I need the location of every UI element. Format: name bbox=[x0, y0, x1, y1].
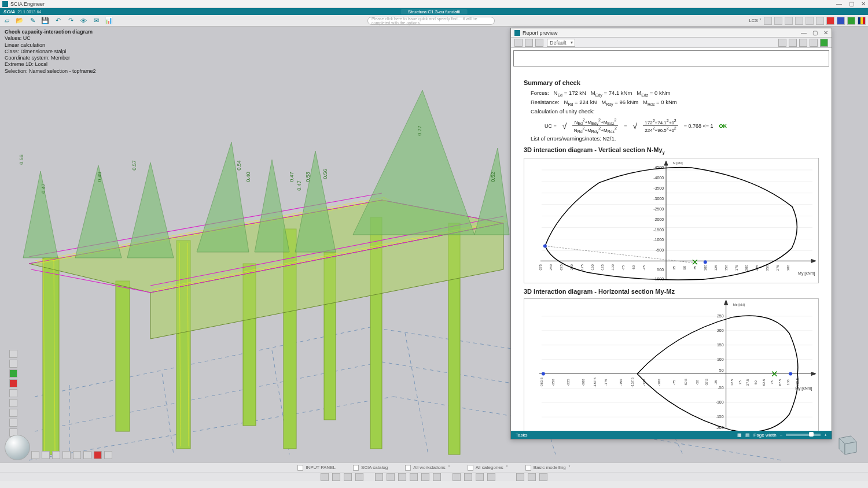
vtool-green[interactable] bbox=[9, 369, 17, 378]
undo-icon[interactable]: ↶ bbox=[53, 16, 62, 25]
rt-red-icon[interactable] bbox=[826, 17, 834, 25]
ib-2[interactable] bbox=[332, 473, 340, 481]
vtool-7[interactable] bbox=[9, 409, 17, 417]
uc-label: 0.47 bbox=[289, 172, 295, 182]
bt-2[interactable] bbox=[42, 451, 50, 459]
ib-16[interactable] bbox=[528, 473, 536, 481]
lcs-dropdown[interactable]: LCS ˅ bbox=[749, 18, 762, 23]
svg-line-0 bbox=[35, 327, 370, 397]
zoom-minus[interactable]: − bbox=[780, 432, 783, 438]
filter-workstations[interactable]: All workstations ˅ bbox=[405, 465, 450, 471]
vtool-red[interactable] bbox=[9, 379, 17, 387]
view-icon[interactable]: 👁 bbox=[79, 16, 88, 25]
svg-text:-1000: -1000 bbox=[653, 238, 664, 242]
chart-icon[interactable]: 📊 bbox=[104, 16, 113, 25]
svg-text:-150: -150 bbox=[716, 415, 724, 419]
bt-4[interactable] bbox=[62, 451, 71, 459]
svg-text:My [kNm]: My [kNm] bbox=[798, 272, 815, 276]
ib-11[interactable] bbox=[453, 473, 461, 481]
vtool-2[interactable] bbox=[9, 360, 17, 368]
new-icon[interactable]: ▱ bbox=[2, 16, 12, 25]
svg-rect-17 bbox=[116, 281, 130, 431]
navigation-orb[interactable] bbox=[5, 435, 30, 460]
ib-1[interactable] bbox=[321, 473, 329, 481]
search-placeholder: Please click here to issue quick and spe… bbox=[372, 17, 491, 25]
rtool-nav2-icon[interactable] bbox=[789, 39, 797, 47]
footer-view2-icon[interactable]: ▤ bbox=[745, 432, 750, 438]
footer-tasks[interactable]: Tasks bbox=[516, 432, 527, 438]
ib-6[interactable] bbox=[387, 473, 395, 481]
vtool-8[interactable] bbox=[9, 419, 17, 427]
rtool-go-icon[interactable] bbox=[820, 39, 828, 47]
save-icon[interactable]: 💾 bbox=[41, 16, 50, 25]
rt-layers-icon[interactable] bbox=[816, 17, 824, 25]
report-maximize[interactable]: ▢ bbox=[812, 29, 818, 36]
search-input[interactable]: Please click here to issue quick and spe… bbox=[367, 17, 495, 25]
bt-8[interactable] bbox=[104, 451, 112, 459]
report-minimize[interactable]: — bbox=[801, 29, 807, 36]
svg-text:-3000: -3000 bbox=[653, 197, 664, 201]
ib-8[interactable] bbox=[410, 473, 418, 481]
vtool-6[interactable] bbox=[9, 399, 17, 407]
svg-marker-108 bbox=[811, 372, 816, 375]
rtool-table-icon[interactable] bbox=[810, 39, 818, 47]
rt-grid-icon[interactable] bbox=[764, 17, 772, 25]
calc-row: Calculation of unity check: bbox=[531, 108, 819, 114]
redo-icon[interactable]: ↷ bbox=[66, 16, 75, 25]
ib-7[interactable] bbox=[398, 473, 406, 481]
rt-blue-icon[interactable] bbox=[837, 17, 845, 25]
report-dropdown[interactable]: Default bbox=[547, 39, 575, 47]
ib-12[interactable] bbox=[464, 473, 472, 481]
ib-13[interactable] bbox=[476, 473, 484, 481]
bt-1[interactable] bbox=[31, 451, 39, 459]
zoom-plus[interactable]: + bbox=[824, 432, 827, 438]
rt-flag-icon[interactable] bbox=[858, 17, 866, 25]
filter-categories[interactable]: All categories ˅ bbox=[468, 465, 508, 471]
ib-9[interactable] bbox=[421, 473, 429, 481]
rtool-refresh-icon[interactable] bbox=[514, 39, 523, 47]
bt-5[interactable] bbox=[73, 451, 81, 459]
ib-10[interactable] bbox=[433, 473, 441, 481]
rt-axis-icon[interactable] bbox=[774, 17, 782, 25]
ib-3[interactable] bbox=[344, 473, 352, 481]
rt-settings-icon[interactable] bbox=[795, 17, 803, 25]
svg-rect-12 bbox=[43, 258, 59, 454]
report-close[interactable]: ✕ bbox=[823, 29, 828, 36]
filter-catalog[interactable]: SCIA catalog bbox=[353, 465, 388, 471]
mail-icon[interactable]: ✉ bbox=[91, 16, 101, 25]
ib-15[interactable] bbox=[516, 473, 524, 481]
filter-input-panel[interactable]: INPUT PANEL bbox=[297, 465, 336, 471]
maximize-button[interactable]: ▢ bbox=[849, 1, 854, 7]
rt-green-icon[interactable] bbox=[847, 17, 855, 25]
footer-view-icon[interactable]: ▦ bbox=[737, 432, 742, 438]
bt-6[interactable] bbox=[83, 451, 91, 459]
open-icon[interactable]: 📂 bbox=[15, 16, 24, 25]
rtool-search-icon[interactable] bbox=[525, 39, 533, 47]
rtool-nav3-icon[interactable] bbox=[799, 39, 807, 47]
svg-text:200: 200 bbox=[745, 265, 748, 271]
rt-refresh-icon[interactable] bbox=[785, 17, 793, 25]
nav-cube[interactable] bbox=[832, 431, 859, 458]
zoom-slider[interactable] bbox=[786, 434, 821, 436]
rtool-nav1-icon[interactable] bbox=[778, 39, 786, 47]
ib-17[interactable] bbox=[539, 473, 547, 481]
diagram2-heading: 3D interaction diagram - Horizontal sect… bbox=[524, 288, 819, 295]
document-title: Structura C1.3-cu fundatii bbox=[401, 9, 468, 14]
bt-3[interactable] bbox=[52, 451, 60, 459]
rtool-home-icon[interactable] bbox=[535, 39, 543, 47]
bt-red[interactable] bbox=[94, 451, 102, 459]
rt-view-icon[interactable] bbox=[806, 17, 814, 25]
minimize-button[interactable]: — bbox=[836, 1, 842, 7]
svg-text:-2500: -2500 bbox=[653, 207, 664, 211]
uc-ok: OK bbox=[719, 123, 727, 129]
window-titlebar: SCIA Engineer — ▢ ✕ bbox=[0, 0, 868, 8]
vtool-5[interactable] bbox=[9, 389, 17, 397]
vtool-1[interactable] bbox=[9, 350, 17, 358]
ib-14[interactable] bbox=[487, 473, 495, 481]
check-title: Check capacity-interaction diagram bbox=[5, 29, 96, 35]
ib-5[interactable] bbox=[375, 473, 383, 481]
ib-4[interactable] bbox=[355, 473, 363, 481]
filter-modelling[interactable]: Basic modelling ˅ bbox=[525, 465, 571, 471]
close-button[interactable]: ✕ bbox=[861, 1, 866, 7]
edit-icon[interactable]: ✎ bbox=[28, 16, 37, 25]
